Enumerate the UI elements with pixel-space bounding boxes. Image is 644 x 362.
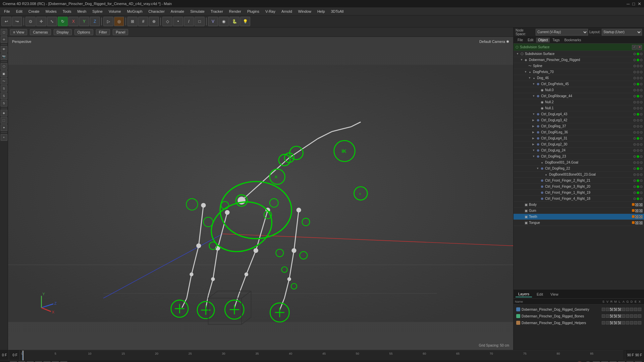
options-btn[interactable]: Options [74, 29, 93, 35]
hier-item-7[interactable]: ▼⊕Ctrl_DogRibcage_44 [514, 93, 644, 99]
hier-item-26[interactable]: ▣Gum [514, 208, 644, 214]
hier-dot-4-1[interactable] [637, 77, 639, 79]
hier-item-2[interactable]: 〜Spline [514, 63, 644, 69]
menu-item-v-ray[interactable]: V-Ray [263, 9, 278, 14]
hier-item-5[interactable]: ▼⊕Ctrl_DogPelvis_45 [514, 81, 644, 87]
hier-arrow-4[interactable]: ▼ [528, 76, 532, 79]
y-axis-btn[interactable]: Y [79, 17, 89, 26]
layer-icon-1-1[interactable] [606, 314, 609, 318]
hier-dot-9-1[interactable] [637, 107, 639, 110]
layer-icon-2-8[interactable] [634, 321, 637, 324]
hier-dot-16-2[interactable] [640, 149, 643, 152]
hier-dot-5-2[interactable] [640, 83, 643, 85]
layer-icon-2-1[interactable] [606, 321, 609, 324]
menu-item-edit[interactable]: Edit [13, 9, 25, 14]
hier-dot-19-2[interactable] [640, 167, 643, 170]
maximize-button[interactable]: □ [632, 1, 635, 6]
hier-arrow-15[interactable]: ▶ [532, 143, 536, 146]
hier-item-18[interactable]: ⬧DogBone001_24.Goal [514, 160, 644, 166]
layer-icon-1-4[interactable] [618, 314, 621, 318]
layer-icon-2-9[interactable] [638, 321, 641, 324]
cameras-btn[interactable]: Cameras [30, 29, 51, 35]
hier-item-27[interactable]: ▣Teeth [514, 214, 644, 220]
hier-item-4[interactable]: ▼⬧Dog_46 [514, 75, 644, 81]
point-mode-btn[interactable]: • [173, 17, 183, 26]
hier-arrow-13[interactable]: ▶ [532, 131, 536, 134]
layers-tab-edit[interactable]: Edit [534, 292, 546, 297]
hier-dot-1-0[interactable] [633, 59, 636, 61]
hier-dot-24-2[interactable] [640, 197, 643, 200]
hier-dot-13-0[interactable] [633, 131, 636, 134]
edge-mode-btn[interactable]: / [184, 17, 194, 26]
layer-icon-1-5[interactable] [622, 314, 625, 318]
hier-dot-23-1[interactable] [637, 191, 639, 194]
layout-select[interactable]: Startup (User) [602, 29, 642, 36]
hier-item-22[interactable]: ⊕Ctrl_Front_Finger_3_Right_20 [514, 184, 644, 190]
hier-dot-0-2[interactable] [640, 53, 643, 55]
menu-item-tools[interactable]: Tools [60, 9, 74, 14]
hier-dot-22-1[interactable] [637, 185, 639, 188]
hier-item-16[interactable]: ▼⊕Ctrl_DogLeg_24 [514, 147, 644, 154]
hier-item-1[interactable]: ▼◈Doberman_Pinscher_Dog_Rigged [514, 57, 644, 63]
hier-dot-5-0[interactable] [633, 83, 636, 85]
layer-icon-1-9[interactable] [638, 314, 641, 318]
layer-icon-1-2[interactable] [610, 314, 613, 318]
hier-dot-6-0[interactable] [633, 89, 636, 92]
hier-dot-18-0[interactable] [633, 161, 636, 164]
light-btn[interactable]: 💡 [240, 17, 250, 26]
hier-dot-28-2[interactable] [639, 221, 643, 225]
hier-dot-13-1[interactable] [637, 131, 639, 134]
lt-spline-btn[interactable]: 〜 [1, 78, 7, 84]
layer-row-0[interactable]: Doberman_Pinscher_Dog_Rigged_Geometry [515, 306, 643, 313]
redo-btn[interactable]: ↪ [12, 17, 22, 26]
layer-icon-1-3[interactable] [614, 314, 617, 318]
lt-model-btn[interactable]: ⬡ [1, 63, 7, 70]
menu-item-character[interactable]: Character [146, 9, 167, 14]
hier-dot-1-1[interactable] [637, 59, 639, 61]
filter-btn[interactable]: Filter [96, 29, 110, 35]
hier-dot-17-1[interactable] [637, 155, 639, 158]
hier-item-11[interactable]: ▶⊕Ctrl_DogLeg3_42 [514, 117, 644, 123]
hier-item-15[interactable]: ▶⊕Ctrl_DogLeg2_30 [514, 141, 644, 147]
lt-camera-btn[interactable]: 📷 [1, 53, 7, 60]
hier-dot-27-1[interactable] [635, 215, 639, 219]
lt-select-btn[interactable]: ◻ [1, 29, 7, 36]
poly-mode-btn[interactable]: □ [195, 17, 205, 26]
hier-arrow-11[interactable]: ▶ [532, 119, 536, 122]
hier-dot-21-0[interactable] [633, 179, 636, 182]
move-btn[interactable]: ✛ [36, 17, 46, 26]
hier-item-19[interactable]: ▼⊕Ctrl_DogReg_22 [514, 166, 644, 172]
hier-dot-15-2[interactable] [640, 143, 643, 146]
layers-tab-view[interactable]: View [548, 292, 561, 297]
lt-effector-btn[interactable]: S [1, 93, 7, 99]
hier-arrow-0[interactable]: ▼ [516, 52, 520, 55]
menu-item-animate[interactable]: Animate [168, 9, 187, 14]
hier-dot-0-1[interactable] [637, 53, 639, 55]
hier-dot-28-1[interactable] [635, 221, 639, 225]
menu-item-volume[interactable]: Volume [106, 9, 124, 14]
hier-dot-22-0[interactable] [633, 185, 636, 188]
menu-item-spline[interactable]: Spline [90, 9, 105, 14]
lt-tag-btn[interactable]: S [1, 100, 7, 107]
hier-dot-12-0[interactable] [633, 125, 636, 128]
hier-dot-8-1[interactable] [637, 101, 639, 104]
scale-btn[interactable]: ⤡ [47, 17, 57, 26]
hier-dot-14-1[interactable] [637, 137, 639, 140]
close-button[interactable]: ✕ [638, 1, 641, 6]
hier-dot-12-2[interactable] [640, 125, 643, 128]
hier-dot-10-0[interactable] [633, 113, 636, 116]
hier-dot-21-1[interactable] [637, 179, 639, 182]
layer-row-2[interactable]: Doberman_Pinscher_Dog_Rigged_Helpers [515, 319, 643, 326]
hier-arrow-12[interactable]: ▶ [532, 125, 536, 128]
layer-icon-2-5[interactable] [622, 321, 625, 324]
layers-tab-layers[interactable]: Layers [516, 291, 532, 297]
hier-item-6[interactable]: ◉Null.0 [514, 87, 644, 93]
hier-arrow-5[interactable]: ▼ [532, 82, 536, 85]
hier-dot-25-0[interactable] [632, 203, 635, 206]
hier-dot-20-2[interactable] [640, 173, 643, 176]
render-btn[interactable]: ◎ [114, 17, 124, 26]
lt-view-btn[interactable]: 👁 [1, 46, 7, 53]
layer-icon-2-3[interactable] [614, 321, 617, 324]
menu-item-create[interactable]: Create [26, 9, 42, 14]
hier-dot-17-2[interactable] [640, 155, 643, 158]
